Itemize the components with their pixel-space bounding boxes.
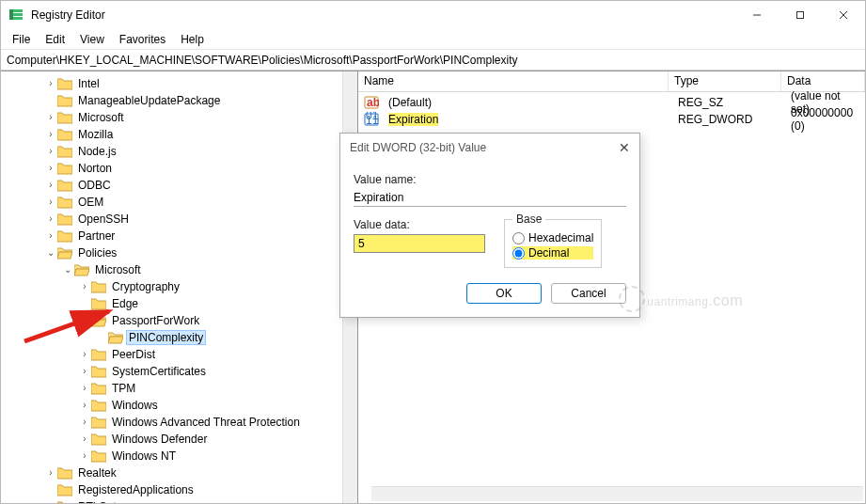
- radio-hex-input[interactable]: [512, 232, 525, 244]
- radio-dec-input[interactable]: [512, 247, 525, 260]
- folder-open-icon: [108, 331, 123, 344]
- value-name-field[interactable]: [354, 189, 626, 207]
- chevron-right-icon[interactable]: ›: [78, 416, 91, 429]
- folder-icon: [91, 365, 106, 378]
- list-hscrollbar[interactable]: [371, 486, 863, 501]
- folder-icon: [57, 162, 72, 175]
- folder-icon: [57, 77, 72, 90]
- chevron-right-icon[interactable]: ›: [78, 433, 91, 446]
- tree-item-passportforwork[interactable]: ⌄PassportForWork: [76, 312, 357, 329]
- tree-item[interactable]: ›ODBC: [42, 177, 357, 194]
- tree-item[interactable]: ›Cryptography: [76, 278, 357, 295]
- window-title: Registry Editor: [31, 8, 735, 22]
- address-bar[interactable]: Computer\HKEY_LOCAL_MACHINE\SOFTWARE\Pol…: [1, 50, 865, 71]
- cancel-button[interactable]: Cancel: [551, 283, 626, 304]
- tree-item[interactable]: Edge: [76, 295, 357, 312]
- chevron-right-icon[interactable]: ›: [44, 196, 57, 209]
- tree-item[interactable]: ›Intel: [42, 75, 357, 92]
- list-row[interactable]: 011110 Expiration REG_DWORD 0x00000000 (…: [358, 111, 865, 128]
- tree-item[interactable]: ›Microsoft: [42, 109, 357, 126]
- chevron-right-icon[interactable]: ›: [78, 449, 91, 463]
- tree-item[interactable]: ›Windows Advanced Threat Protection: [76, 414, 357, 431]
- tree-item[interactable]: ›PeerDist: [76, 346, 357, 363]
- tree-item[interactable]: ›TPM: [76, 380, 357, 397]
- chevron-right-icon[interactable]: ›: [78, 348, 91, 361]
- edit-dword-dialog: Edit DWORD (32-bit) Value ✕ Value name: …: [339, 133, 640, 318]
- menu-view[interactable]: View: [72, 31, 112, 48]
- chevron-right-icon[interactable]: ›: [44, 229, 57, 243]
- dialog-title: Edit DWORD (32-bit) Value: [350, 141, 486, 154]
- tree-item[interactable]: ›Partner: [42, 228, 357, 244]
- value-type: REG_DWORD: [672, 113, 785, 126]
- col-name[interactable]: Name: [358, 71, 669, 91]
- folder-icon: [57, 213, 72, 226]
- tree-item[interactable]: ›Windows NT: [76, 448, 357, 465]
- chevron-right-icon[interactable]: ›: [44, 179, 57, 192]
- chevron-right-icon[interactable]: ›: [44, 128, 57, 141]
- tree-item-pincomplexity[interactable]: PINComplexity: [93, 329, 357, 346]
- radio-dec[interactable]: Decimal: [512, 246, 593, 260]
- menu-favorites[interactable]: Favorites: [112, 31, 173, 48]
- chevron-right-icon[interactable]: ›: [44, 213, 57, 226]
- dword-value-icon: 011110: [364, 112, 379, 127]
- tree-item-microsoft[interactable]: ⌄Microsoft: [59, 261, 357, 278]
- base-legend: Base: [512, 213, 545, 226]
- folder-icon: [57, 483, 72, 496]
- chevron-right-icon[interactable]: ›: [78, 399, 91, 412]
- folder-icon: [91, 382, 106, 395]
- tree-item[interactable]: ›OEM: [42, 194, 357, 211]
- ok-button[interactable]: OK: [466, 283, 542, 304]
- folder-icon: [57, 196, 72, 209]
- tree-item-policies[interactable]: ⌄Policies: [42, 244, 357, 261]
- chevron-right-icon[interactable]: ›: [44, 77, 57, 90]
- menu-file[interactable]: File: [5, 31, 38, 48]
- chevron-right-icon[interactable]: ›: [44, 500, 57, 503]
- col-data[interactable]: Data: [781, 71, 865, 91]
- chevron-down-icon[interactable]: ⌄: [78, 314, 91, 327]
- folder-icon: [57, 128, 72, 141]
- chevron-right-icon[interactable]: ›: [44, 145, 57, 158]
- folder-icon: [57, 94, 72, 107]
- close-button[interactable]: [822, 1, 865, 29]
- tree-item[interactable]: ›Mozilla: [42, 126, 357, 143]
- minimize-button[interactable]: [735, 1, 779, 29]
- chevron-right-icon[interactable]: ›: [78, 365, 91, 378]
- folder-icon: [57, 145, 72, 158]
- tree-item[interactable]: ›Node.js: [42, 143, 357, 160]
- chevron-right-icon[interactable]: ›: [78, 280, 91, 293]
- tree-item[interactable]: ›Windows: [76, 397, 357, 414]
- tree-item[interactable]: ›RTLSetup: [42, 498, 357, 503]
- folder-icon: [91, 433, 106, 446]
- folder-icon: [57, 111, 72, 124]
- tree-item[interactable]: ›OpenSSH: [42, 211, 357, 228]
- folder-open-icon: [74, 263, 89, 276]
- tree-item[interactable]: ›Norton: [42, 160, 357, 177]
- tree-item[interactable]: ›Realtek: [42, 465, 357, 481]
- folder-open-icon: [91, 314, 106, 327]
- menu-help[interactable]: Help: [173, 31, 212, 48]
- menu-edit[interactable]: Edit: [38, 31, 72, 48]
- folder-icon: [91, 399, 106, 412]
- folder-icon: [91, 416, 106, 429]
- folder-icon: [91, 348, 106, 361]
- regedit-window: Registry Editor File Edit View Favorites…: [0, 0, 866, 504]
- tree-item[interactable]: ManageableUpdatePackage: [42, 92, 357, 109]
- chevron-right-icon[interactable]: ›: [78, 382, 91, 395]
- tree-pane[interactable]: ›Intel ManageableUpdatePackage ›Microsof…: [1, 71, 358, 503]
- value-name: Expiration: [388, 113, 438, 126]
- chevron-right-icon[interactable]: ›: [44, 466, 57, 480]
- maximize-button[interactable]: [779, 1, 822, 29]
- folder-icon: [57, 179, 72, 192]
- chevron-right-icon[interactable]: ›: [44, 162, 57, 175]
- tree-item[interactable]: ›SystemCertificates: [76, 363, 357, 380]
- tree-item[interactable]: ›Windows Defender: [76, 431, 357, 448]
- dialog-titlebar[interactable]: Edit DWORD (32-bit) Value ✕: [340, 134, 639, 162]
- value-data-field[interactable]: [354, 234, 485, 253]
- chevron-down-icon[interactable]: ⌄: [44, 246, 57, 260]
- chevron-right-icon[interactable]: ›: [44, 111, 57, 124]
- radio-hex[interactable]: Hexadecimal: [512, 231, 593, 244]
- dialog-close-button[interactable]: ✕: [619, 140, 630, 155]
- tree-item[interactable]: RegisteredApplications: [42, 481, 357, 498]
- chevron-down-icon[interactable]: ⌄: [61, 263, 74, 276]
- col-type[interactable]: Type: [669, 71, 781, 91]
